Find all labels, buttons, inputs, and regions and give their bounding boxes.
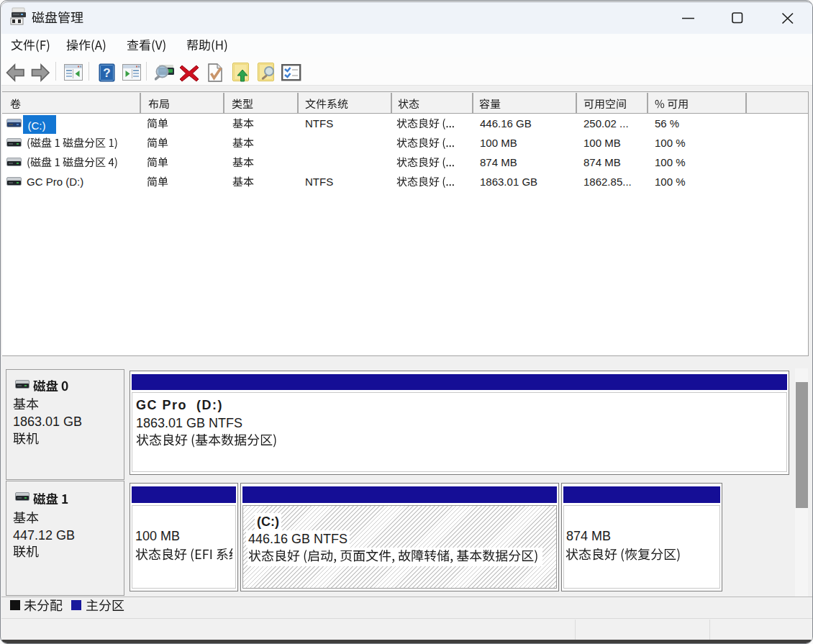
svg-text:?: ? [103, 66, 110, 80]
